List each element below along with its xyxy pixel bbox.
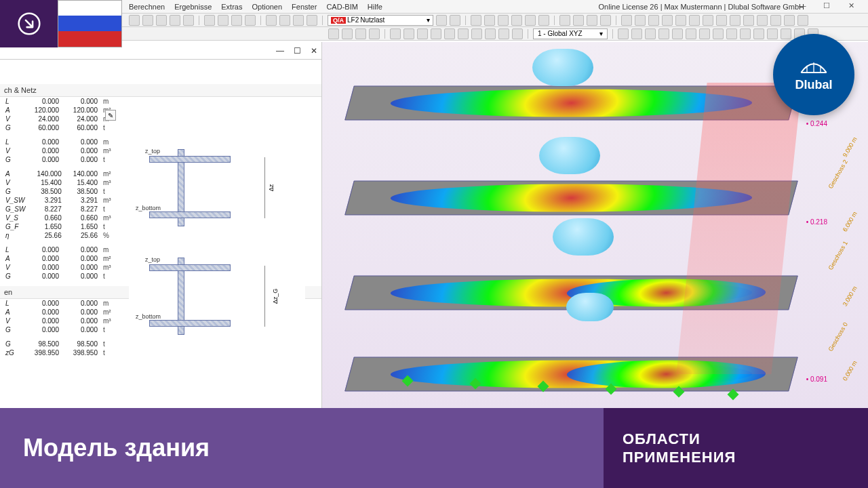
tb-icon[interactable]: [767, 28, 778, 39]
menu-extras[interactable]: Extras: [221, 3, 242, 11]
tb-icon[interactable]: [699, 28, 710, 39]
table-row: G_SW8.2278.227t: [3, 205, 118, 214]
tb-icon[interactable]: [204, 15, 215, 26]
tb-icon[interactable]: [658, 28, 669, 39]
level-label: 9.000 m: [842, 136, 859, 158]
minimize-icon[interactable]: —: [797, 1, 807, 10]
tb-icon[interactable]: [485, 28, 496, 39]
menu-berechnen[interactable]: Berechnen: [129, 3, 165, 11]
storey-label: Geschoss 1: [827, 240, 849, 271]
tb-icon[interactable]: [183, 15, 194, 26]
tb-icon[interactable]: [431, 28, 441, 39]
tb-icon[interactable]: [743, 15, 754, 26]
tb-icon[interactable]: [716, 15, 727, 26]
tb-icon[interactable]: [444, 28, 455, 39]
tb-icon[interactable]: [781, 28, 791, 39]
menu-cad-bim[interactable]: CAD-BIM: [326, 3, 357, 11]
tb-icon[interactable]: [471, 28, 482, 39]
tb-icon[interactable]: [618, 28, 629, 39]
tb-icon[interactable]: [450, 15, 460, 26]
section-header: ch & Netz: [0, 84, 321, 97]
tb-icon[interactable]: [484, 15, 495, 26]
tb-icon[interactable]: [266, 15, 277, 26]
corner-arrow: [0, 0, 58, 47]
tb-icon[interactable]: [498, 28, 509, 39]
tb-icon[interactable]: [672, 28, 683, 39]
tb-icon[interactable]: [403, 28, 414, 39]
table-row: A0.0000.000m²: [3, 254, 118, 263]
tb-icon[interactable]: [648, 15, 659, 26]
minimize-icon[interactable]: —: [276, 46, 284, 56]
tb-icon[interactable]: [328, 28, 339, 39]
tb-icon[interactable]: [797, 15, 808, 26]
menu-ergebnisse[interactable]: Ergebnisse: [174, 3, 212, 11]
tb-icon[interactable]: [129, 15, 140, 26]
tb-icon[interactable]: [770, 15, 781, 26]
tb-icon[interactable]: [512, 28, 523, 39]
tb-icon[interactable]: [675, 15, 686, 26]
edit-icon[interactable]: ✎: [105, 110, 116, 121]
table-row: V0.0000.000m³: [3, 263, 118, 272]
tb-icon[interactable]: [369, 28, 380, 39]
tb-icon[interactable]: [784, 15, 795, 26]
tb-icon[interactable]: [342, 28, 353, 39]
tb-icon[interactable]: [689, 15, 700, 26]
menu-fenster[interactable]: Fenster: [292, 3, 317, 11]
table-row: A140.000140.000m²: [3, 169, 118, 178]
tb-icon[interactable]: [355, 28, 366, 39]
tb-icon[interactable]: [307, 15, 317, 26]
tb-icon[interactable]: [559, 15, 570, 26]
tb-icon[interactable]: [753, 28, 764, 39]
tb-icon[interactable]: [573, 15, 584, 26]
tb-icon[interactable]: [170, 15, 180, 26]
tb-icon[interactable]: [757, 15, 768, 26]
menu-optionen[interactable]: Optionen: [252, 3, 282, 11]
close-icon[interactable]: ✕: [311, 46, 317, 56]
tb-icon[interactable]: [231, 15, 242, 26]
tb-icon[interactable]: [600, 15, 611, 26]
tb-icon[interactable]: [713, 28, 724, 39]
table-row: L0.0000.000m: [3, 97, 118, 106]
tb-icon[interactable]: [538, 15, 549, 26]
tb-icon[interactable]: [279, 15, 290, 26]
tb-icon[interactable]: [142, 15, 153, 26]
tb-icon[interactable]: [417, 28, 428, 39]
title-banner: Модель здания ОБЛАСТИПРИМЕНЕНИЯ: [0, 408, 868, 488]
maximize-icon[interactable]: ☐: [294, 46, 301, 56]
tb-icon[interactable]: [703, 15, 713, 26]
tb-icon[interactable]: [645, 28, 656, 39]
cs-selector[interactable]: 1 - Global XYZ ▾: [533, 28, 608, 39]
tb-icon[interactable]: [635, 15, 646, 26]
loadcase-selector[interactable]: Q/A LF2 Nutzlast ▾: [328, 15, 433, 26]
lf-code: LF2: [347, 16, 359, 24]
menu-hilfe[interactable]: Hilfe: [368, 3, 382, 11]
tb-icon[interactable]: [662, 15, 673, 26]
tb-icon[interactable]: [293, 15, 304, 26]
tb-icon[interactable]: [471, 15, 481, 26]
tb-icon[interactable]: [511, 15, 522, 26]
tb-icon[interactable]: [740, 28, 751, 39]
tb-icon[interactable]: [218, 15, 229, 26]
tb-icon[interactable]: [458, 28, 469, 39]
maximize-icon[interactable]: ☐: [822, 1, 831, 10]
tb-icon[interactable]: [156, 15, 167, 26]
tb-icon[interactable]: [436, 15, 447, 26]
chevron-down-icon: ▾: [599, 30, 603, 37]
menu-bar: Berechnen Ergebnisse Extras Optionen Fen…: [0, 0, 868, 14]
tb-icon[interactable]: [726, 28, 737, 39]
tb-icon[interactable]: [686, 28, 696, 39]
tb-icon[interactable]: [631, 28, 642, 39]
storey-label: Geschoss 0: [827, 321, 849, 352]
close-icon[interactable]: ✕: [846, 1, 856, 10]
tb-icon[interactable]: [621, 15, 632, 26]
tb-icon[interactable]: [498, 15, 509, 26]
toolbar-row-2: 1 - Global XYZ ▾: [0, 27, 868, 41]
cs-value: 1 - Global XYZ: [538, 30, 583, 37]
label-zbottom: z_bottom: [136, 313, 161, 320]
tb-icon[interactable]: [730, 15, 741, 26]
tb-icon[interactable]: [245, 15, 256, 26]
tb-icon[interactable]: [587, 15, 597, 26]
tb-icon[interactable]: [390, 28, 401, 39]
tb-icon[interactable]: [525, 15, 536, 26]
table-row: G38.50038.500t: [3, 187, 118, 196]
